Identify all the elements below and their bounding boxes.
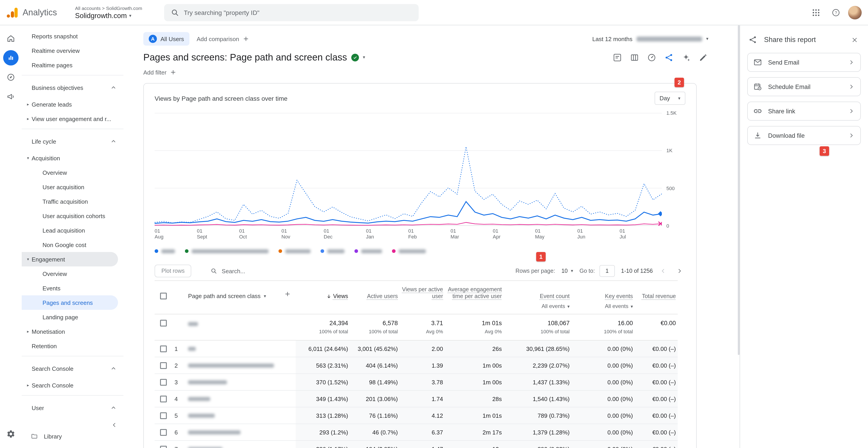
all-users-chip[interactable]: A All Users [143, 32, 189, 46]
row-checkbox[interactable] [160, 345, 167, 352]
column-header-key-events[interactable]: Key eventsAll events▾ [571, 293, 635, 310]
add-column-button[interactable] [284, 290, 291, 300]
caret-right-icon[interactable]: ▸ [25, 329, 31, 334]
table-row[interactable]: 2563 (2.31%)404 (6.14%)1.391m 00s2,239 (… [155, 357, 678, 374]
vertical-scrollbar[interactable] [738, 25, 740, 355]
chevron-up-icon[interactable] [110, 84, 117, 91]
sidebar-section-life-cycle[interactable]: Life cycle [22, 132, 123, 151]
date-range-picker[interactable]: Last 12 months ▾ [592, 35, 708, 42]
home-nav-button[interactable] [3, 31, 19, 46]
legend-item[interactable] [392, 249, 426, 253]
sidebar-section-user[interactable]: User [22, 398, 123, 417]
sidebar-item-acquisition[interactable]: ▾Acquisition [22, 151, 118, 165]
sidebar-item-retention[interactable]: Retention [22, 339, 118, 353]
notes-button[interactable] [612, 52, 622, 63]
table-search[interactable] [211, 267, 294, 275]
legend-item[interactable] [320, 249, 344, 253]
edit-report-button[interactable] [698, 52, 708, 63]
sidebar-item-lead-acquisition[interactable]: Lead acquisition [22, 223, 118, 238]
chevron-up-icon[interactable] [110, 138, 117, 145]
table-row[interactable]: 7286 (1.17%)194 (2.95%)1.4713s890 (0.82%… [155, 441, 678, 448]
table-row[interactable]: 5313 (1.28%)76 (1.16%)4.121m 01s789 (0.7… [155, 407, 678, 424]
row-checkbox[interactable] [160, 379, 167, 385]
global-search[interactable] [164, 4, 418, 21]
sidebar-item-traffic-acquisition[interactable]: Traffic acquisition [22, 194, 118, 209]
rows-per-page-select[interactable]: 10 ▾ [560, 266, 575, 276]
granularity-select[interactable]: Day ▾ [655, 92, 685, 105]
add-filter-button[interactable]: Add filter [143, 69, 740, 76]
share-option-share-link[interactable]: Share link [747, 102, 861, 120]
column-header-avg-engagement-time-per-active-user[interactable]: Average engagement time per active userx [445, 286, 504, 310]
sidebar-item-pages-and-screens[interactable]: Pages and screens [22, 295, 118, 310]
share-report-button[interactable] [663, 52, 674, 63]
row-checkbox[interactable] [160, 446, 167, 448]
sidebar-item-non-google-cost[interactable]: Non Google cost [22, 238, 118, 252]
sidebar-item-events[interactable]: Events [22, 281, 118, 295]
admin-settings-button[interactable] [3, 426, 19, 442]
data-quality-check-icon[interactable] [351, 54, 359, 61]
global-search-input[interactable] [184, 9, 412, 16]
explore-nav-button[interactable] [3, 70, 19, 85]
sidebar-item-user-acquisition[interactable]: User acquisition [22, 180, 118, 194]
column-header-active-users[interactable]: Active usersx [350, 293, 400, 310]
advertising-nav-button[interactable] [3, 89, 19, 104]
column-header-event-count[interactable]: Event countAll events▾ [504, 293, 571, 310]
column-header-total-revenue[interactable]: Total revenuex [635, 293, 678, 310]
share-option-schedule-email[interactable]: Schedule Email [747, 77, 861, 96]
totals-checkbox[interactable] [160, 320, 167, 326]
collapse-sidebar-button[interactable] [111, 421, 118, 430]
legend-item[interactable] [185, 249, 269, 253]
caret-right-icon[interactable]: ▸ [25, 116, 31, 121]
events-filter-select[interactable]: All events▾ [541, 303, 569, 310]
sidebar-item-user-acquisition-cohorts[interactable]: User acquisition cohorts [22, 209, 118, 223]
insights-button[interactable] [680, 52, 691, 63]
legend-item[interactable] [155, 249, 175, 253]
reports-nav-button[interactable] [3, 50, 19, 66]
sidebar-item-overview[interactable]: Overview [22, 165, 118, 180]
sidebar-item-landing-page[interactable]: Landing page [22, 310, 118, 324]
row-checkbox[interactable] [160, 412, 167, 419]
property-switcher[interactable]: All accounts > SolidGrowth.com Solidgrow… [75, 5, 142, 20]
legend-item[interactable] [278, 249, 311, 253]
table-row[interactable]: 16,011 (24.64%)3,001 (45.62%)2.0026s30,9… [155, 341, 678, 357]
legend-item[interactable] [354, 249, 382, 253]
sidebar-item-monetisation[interactable]: ▸Monetisation [22, 324, 118, 339]
sidebar-item-view-user-engagement-and-r[interactable]: ▸View user engagement and r... [22, 111, 118, 126]
row-checkbox[interactable] [160, 429, 167, 436]
sidebar-section-search-console[interactable]: Search Console [22, 359, 123, 378]
caret-down-icon[interactable]: ▾ [25, 257, 31, 262]
column-header-views-per-active-user[interactable]: Views per active userx [400, 286, 445, 310]
caret-right-icon[interactable]: ▸ [25, 383, 31, 387]
next-page-button[interactable] [674, 265, 685, 277]
chart-plot-area[interactable] [155, 113, 662, 226]
sidebar-item-engagement[interactable]: ▾Engagement [22, 252, 118, 267]
close-panel-button[interactable] [849, 34, 860, 45]
share-option-send-email[interactable]: Send Email [747, 53, 861, 72]
table-row[interactable]: 6293 (1.2%)46 (0.7%)6.372m 17s1,379 (1.2… [155, 424, 678, 441]
events-filter-select[interactable]: All events▾ [605, 303, 633, 310]
previous-page-button[interactable] [657, 265, 669, 277]
share-option-download-file[interactable]: Download file [747, 126, 861, 145]
report-speed-button[interactable] [646, 52, 657, 63]
sidebar-item-realtime-overview[interactable]: Realtime overview [22, 43, 118, 58]
column-header-views[interactable]: Viewsx [296, 293, 350, 310]
google-apps-button[interactable] [808, 5, 824, 20]
avatar[interactable] [848, 6, 862, 19]
chevron-up-icon[interactable] [110, 365, 117, 372]
add-comparison-button[interactable]: Add comparison [197, 35, 250, 42]
comparison-columns-button[interactable] [629, 52, 640, 63]
caret-right-icon[interactable]: ▸ [25, 102, 31, 107]
go-to-input[interactable] [599, 265, 615, 277]
row-checkbox[interactable] [160, 362, 167, 369]
caret-down-icon[interactable]: ▾ [363, 55, 365, 60]
table-search-input[interactable] [222, 268, 294, 274]
table-row[interactable]: 4349 (1.43%)201 (3.06%)1.7428s1,540 (1.4… [155, 391, 678, 407]
chevron-up-icon[interactable] [110, 404, 117, 411]
analytics-brand[interactable]: Analytics [0, 7, 71, 18]
row-checkbox[interactable] [160, 395, 167, 402]
sidebar-item-realtime-pages[interactable]: Realtime pages [22, 58, 118, 72]
sidebar-section-business-objectives[interactable]: Business objectives [22, 78, 123, 97]
sidebar-item-generate-leads[interactable]: ▸Generate leads [22, 97, 118, 111]
sidebar-item-library[interactable]: Library [22, 428, 123, 444]
sidebar-item-overview[interactable]: Overview [22, 267, 118, 281]
